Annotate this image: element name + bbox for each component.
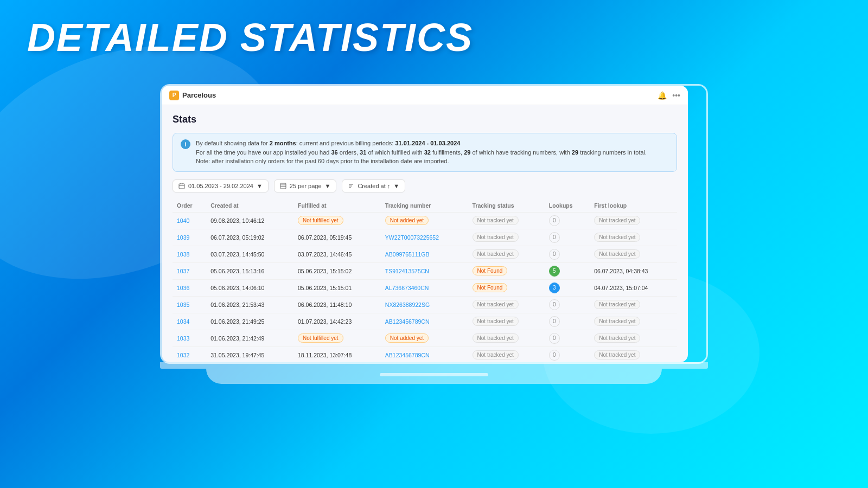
- cell-fulfilled: 01.07.2023, 14:42:23: [293, 313, 381, 330]
- tracking-link[interactable]: YW22T00073225652: [385, 234, 439, 241]
- col-created: Created at: [206, 199, 293, 213]
- first-lookup-badge: Not tracked yet: [594, 249, 640, 259]
- cell-created: 01.06.2023, 21:42:49: [206, 330, 293, 346]
- cell-lookups: 5: [545, 262, 590, 279]
- date-range-filter[interactable]: 01.05.2023 - 29.02.2024 ▼: [173, 179, 269, 192]
- info-29b: 29: [572, 149, 578, 156]
- lookup-count: 0: [549, 316, 560, 327]
- cell-created: 06.07.2023, 05:19:02: [206, 229, 293, 246]
- tracking-link[interactable]: TS912413575CN: [385, 268, 429, 274]
- lookup-count: 0: [549, 333, 560, 344]
- tracking-link[interactable]: AL736673460CN: [385, 285, 429, 291]
- table-container[interactable]: Order Created at Fulfilled at Tracking n…: [173, 199, 677, 363]
- cell-fulfilled: 05.06.2023, 15:15:02: [293, 262, 381, 279]
- col-fulfilled: Fulfilled at: [293, 199, 381, 213]
- cell-tracking: TS912413575CN: [381, 262, 468, 279]
- info-line3: Note: after installation only orders for…: [196, 158, 449, 164]
- tracking-link[interactable]: AB123456789CN: [385, 352, 430, 358]
- status-badge: Not tracked yet: [473, 249, 519, 259]
- lookup-count: 0: [549, 232, 560, 243]
- more-icon[interactable]: •••: [672, 91, 680, 100]
- info-banner: i By default showing data for 2 months: …: [173, 133, 677, 172]
- cell-first-lookup: Not tracked yet: [590, 330, 677, 346]
- cell-lookups: 0: [545, 229, 590, 246]
- table-row: 103231.05.2023, 19:47:4518.11.2023, 13:0…: [173, 346, 677, 362]
- tracking-link[interactable]: AB123456789CN: [385, 318, 430, 325]
- order-link[interactable]: 1040: [177, 217, 189, 224]
- info-line1-mid: : current and previous billing periods:: [296, 140, 395, 146]
- cell-order: 1032: [173, 346, 206, 362]
- col-first-lookup: First lookup: [590, 199, 677, 213]
- order-link[interactable]: 1035: [177, 301, 189, 308]
- cell-fulfilled: Not fulfilled yet: [293, 330, 381, 346]
- per-page-value: 25 per page: [290, 183, 322, 189]
- info-2months: 2 months: [270, 140, 296, 146]
- lookup-count: 5: [549, 266, 560, 277]
- cell-first-lookup: Not tracked yet: [590, 229, 677, 246]
- cell-order: 1033: [173, 330, 206, 346]
- cell-tracking: AL736673460CN: [381, 279, 468, 296]
- status-badge: Not tracked yet: [473, 233, 519, 242]
- first-lookup-badge: Not tracked yet: [594, 300, 640, 309]
- tracking-link[interactable]: AB099765111GB: [385, 251, 430, 258]
- info-29a: 29: [464, 149, 470, 156]
- cell-order: 1037: [173, 262, 206, 279]
- status-badge: Not tracked yet: [473, 216, 519, 225]
- table-row: 103906.07.2023, 05:19:0206.07.2023, 05:1…: [173, 229, 677, 246]
- cell-tracking: YW22T00073225652: [381, 229, 468, 246]
- screen-frame: P Parcelous 🔔 ••• Stats i: [160, 84, 708, 364]
- cell-status: Not tracked yet: [468, 246, 545, 262]
- table-row: 103803.07.2023, 14:45:5003.07.2023, 14:4…: [173, 246, 677, 262]
- cell-created: 09.08.2023, 10:46:12: [206, 212, 293, 229]
- status-badge: Not tracked yet: [473, 350, 519, 359]
- app-content: Stats i By default showing data for 2 mo…: [162, 105, 688, 362]
- info-banner-text: By default showing data for 2 months: cu…: [196, 139, 647, 166]
- info-icon: i: [181, 139, 190, 149]
- table-row: 104009.08.2023, 10:46:12Not fulfilled ye…: [173, 212, 677, 229]
- table-row: 103501.06.2023, 21:53:4306.06.2023, 11:4…: [173, 296, 677, 313]
- order-link[interactable]: 1037: [177, 268, 189, 274]
- lookup-count: 0: [549, 299, 560, 310]
- cell-order: 1036: [173, 279, 206, 296]
- cell-first-lookup: 04.07.2023, 15:07:04: [590, 279, 677, 296]
- cell-status: Not Found: [468, 262, 545, 279]
- order-link[interactable]: 1034: [177, 318, 189, 325]
- table-row: 103605.06.2023, 14:06:1005.06.2023, 15:1…: [173, 279, 677, 296]
- lookup-count: 0: [549, 215, 560, 226]
- order-link[interactable]: 1033: [177, 335, 189, 342]
- cell-tracking: Not added yet: [381, 212, 468, 229]
- bell-icon[interactable]: 🔔: [658, 91, 667, 100]
- cell-fulfilled: 03.07.2023, 14:46:45: [293, 246, 381, 262]
- cell-tracking: AB099765111GB: [381, 246, 468, 262]
- fulfilled-badge: Not fulfilled yet: [298, 333, 343, 343]
- cell-created: 03.07.2023, 14:45:50: [206, 246, 293, 262]
- order-link[interactable]: 1039: [177, 234, 189, 241]
- app-logo-text: Parcelous: [182, 91, 216, 99]
- table-row: 103301.06.2023, 21:42:49Not fulfilled ye…: [173, 330, 677, 346]
- info-date-range: 31.01.2024 - 01.03.2024: [395, 140, 460, 146]
- laptop-frame: P Parcelous 🔔 ••• Stats i: [160, 84, 708, 384]
- date-range-value: 01.05.2023 - 29.02.2024: [188, 183, 253, 189]
- cell-lookups: 0: [545, 346, 590, 362]
- order-link[interactable]: 1038: [177, 251, 189, 258]
- info-36: 36: [331, 149, 337, 156]
- sort-filter[interactable]: Created at ↑ ▼: [342, 179, 405, 192]
- page-title: DETAILED STATISTICS: [27, 15, 473, 60]
- cell-created: 01.06.2023, 21:53:43: [206, 296, 293, 313]
- lookup-count: 3: [549, 282, 560, 293]
- tracking-badge: Not added yet: [385, 333, 429, 343]
- col-status: Tracking status: [468, 199, 545, 213]
- tracking-link[interactable]: NX826388922SG: [385, 301, 430, 308]
- per-page-filter[interactable]: 25 per page ▼: [274, 179, 337, 192]
- table-row: 103401.06.2023, 21:49:2501.07.2023, 14:4…: [173, 313, 677, 330]
- info-line2-prefix: For all the time you have our app instal…: [196, 149, 331, 156]
- cell-first-lookup: Not tracked yet: [590, 346, 677, 362]
- order-link[interactable]: 1036: [177, 285, 189, 291]
- order-link[interactable]: 1032: [177, 352, 189, 358]
- cell-lookups: 0: [545, 212, 590, 229]
- filters-row: 01.05.2023 - 29.02.2024 ▼ 25 per page ▼ …: [173, 179, 677, 192]
- cell-fulfilled: Not fulfilled yet: [293, 212, 381, 229]
- cell-first-lookup: Not tracked yet: [590, 296, 677, 313]
- sort-chevron: ▼: [393, 183, 399, 189]
- table-row: 103705.06.2023, 15:13:1605.06.2023, 15:1…: [173, 262, 677, 279]
